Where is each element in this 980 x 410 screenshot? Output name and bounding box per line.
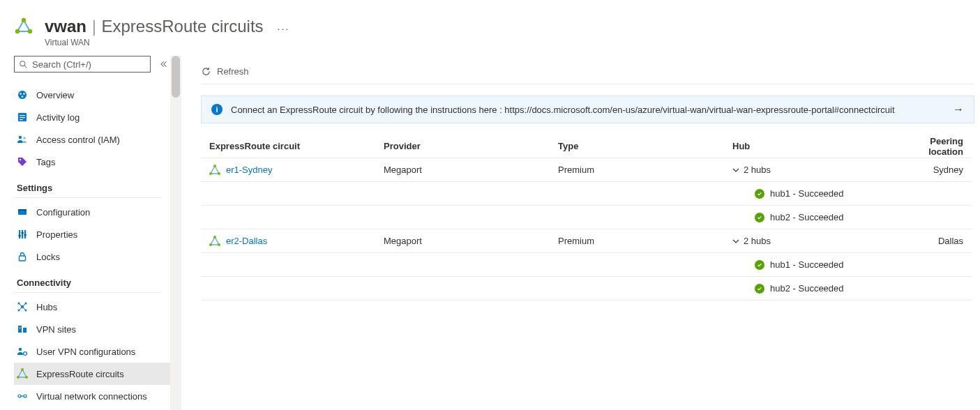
hub-summary: 2 hubs	[744, 165, 771, 175]
col-header-type[interactable]: Type	[558, 141, 732, 151]
circuit-link[interactable]: er1-Sydney	[226, 165, 272, 175]
circuit-link[interactable]: er2-Dallas	[226, 236, 267, 246]
sidebar-section-connectivity: Connectivity	[14, 268, 162, 293]
svg-rect-35	[23, 328, 27, 333]
sidebar-item-locks[interactable]: Locks	[14, 245, 170, 268]
user-vpn-icon	[17, 346, 28, 357]
svg-line-32	[19, 307, 22, 310]
sidebar-scrollbar[interactable]	[170, 56, 181, 410]
configuration-icon	[17, 206, 28, 218]
subhub-status: Succeeded	[798, 212, 843, 222]
title-separator: |	[92, 17, 96, 36]
locks-icon	[17, 251, 28, 262]
table-subrow: hub1 - Succeeded	[201, 182, 972, 206]
sidebar-item-vpn-sites[interactable]: VPN sites	[14, 318, 170, 340]
scrollbar-thumb[interactable]	[172, 56, 180, 98]
sidebar-item-label: Locks	[36, 252, 60, 262]
page-subtitle: Virtual WAN	[45, 38, 966, 47]
cell-peering: Sydney	[907, 165, 963, 175]
svg-rect-36	[19, 327, 20, 328]
svg-point-6	[20, 93, 22, 95]
col-header-circuit[interactable]: ExpressRoute circuit	[209, 141, 384, 151]
svg-point-0	[22, 18, 26, 22]
sidebar-item-user-vpn-config[interactable]: User VPN configurations	[14, 340, 170, 363]
svg-point-8	[22, 96, 24, 98]
svg-point-49	[218, 172, 220, 175]
sidebar: Search (Ctrl+/) Overview	[0, 56, 181, 410]
table-row[interactable]: er2-Dallas Megaport Premium 2 hubs Dalla…	[201, 229, 972, 253]
expressroute-icon	[209, 165, 220, 176]
properties-icon	[17, 229, 28, 240]
hub-summary: 2 hubs	[744, 236, 771, 246]
svg-rect-17	[18, 209, 27, 211]
svg-point-52	[218, 243, 220, 246]
page-title-strong: vwan	[45, 17, 86, 36]
cell-peering: Dallas	[907, 236, 963, 246]
search-placeholder: Search (Ctrl+/)	[32, 59, 91, 70]
svg-rect-11	[20, 117, 25, 118]
table-subrow: hub2 - Succeeded	[201, 206, 972, 229]
collapse-sidebar-icon[interactable]	[156, 57, 170, 71]
sidebar-item-vnet-connections[interactable]: Virtual network connections	[14, 385, 170, 407]
svg-point-40	[19, 348, 22, 351]
svg-line-4	[24, 66, 27, 68]
subhub-name: hub2	[770, 283, 790, 294]
sidebar-section-settings: Settings	[14, 173, 162, 198]
sidebar-item-activity-log[interactable]: Activity log	[14, 106, 170, 128]
svg-rect-34	[18, 326, 22, 333]
svg-point-5	[18, 91, 27, 99]
cell-hub-expand[interactable]: 2 hubs	[732, 236, 907, 246]
svg-rect-39	[20, 328, 21, 329]
expressroute-icon	[209, 236, 220, 247]
svg-point-14	[23, 137, 26, 139]
cell-provider: Megaport	[384, 236, 558, 246]
svg-line-30	[19, 303, 22, 307]
table-header-row: ExpressRoute circuit Provider Type Hub P…	[201, 135, 972, 158]
sidebar-item-configuration[interactable]: Configuration	[14, 201, 170, 223]
refresh-icon[interactable]	[201, 66, 211, 77]
col-header-provider[interactable]: Provider	[384, 141, 558, 151]
table-subrow: hub1 - Succeeded	[201, 253, 972, 277]
success-icon	[755, 189, 764, 199]
sidebar-item-label: Activity log	[36, 112, 80, 123]
sidebar-item-access-control[interactable]: Access control (IAM)	[14, 128, 170, 151]
sidebar-item-hubs[interactable]: Hubs	[14, 296, 170, 318]
svg-point-51	[213, 236, 216, 238]
sidebar-item-label: Access control (IAM)	[36, 135, 120, 145]
info-banner: i Connect an ExpressRoute circuit by fol…	[201, 96, 974, 123]
subhub-name: hub2	[770, 212, 790, 222]
vpn-sites-icon	[17, 324, 28, 335]
sidebar-item-expressroute[interactable]: ExpressRoute circuits	[14, 363, 170, 385]
table-subrow: hub2 - Succeeded	[201, 277, 972, 301]
col-header-peering[interactable]: Peering location	[907, 136, 963, 157]
sidebar-item-overview[interactable]: Overview	[14, 84, 170, 106]
more-icon[interactable]: ···	[278, 23, 290, 34]
search-input[interactable]: Search (Ctrl+/)	[14, 56, 151, 73]
sidebar-item-tags[interactable]: Tags	[14, 151, 170, 173]
cell-provider: Megaport	[384, 165, 558, 175]
subhub-status: Succeeded	[798, 283, 843, 294]
svg-point-2	[15, 29, 20, 33]
resource-icon	[14, 17, 33, 36]
table-row[interactable]: er1-Sydney Megaport Premium 2 hubs Sydne…	[201, 158, 972, 182]
toolbar-divider	[201, 84, 974, 84]
svg-point-3	[20, 61, 25, 66]
sidebar-item-properties[interactable]: Properties	[14, 223, 170, 245]
subhub-name: hub1	[770, 259, 790, 270]
cell-hub-expand[interactable]: 2 hubs	[732, 165, 907, 175]
svg-point-15	[20, 159, 21, 160]
sidebar-item-label: ExpressRoute circuits	[36, 369, 124, 379]
svg-point-7	[23, 93, 25, 95]
svg-rect-10	[20, 115, 25, 116]
info-icon: i	[211, 104, 223, 115]
refresh-button[interactable]: Refresh	[217, 66, 249, 77]
page-title-light: ExpressRoute circuits	[102, 17, 264, 36]
cell-type: Premium	[558, 236, 732, 246]
expressroute-icon	[17, 368, 28, 379]
col-header-hub[interactable]: Hub	[732, 141, 907, 151]
arrow-right-icon[interactable]: →	[953, 103, 964, 116]
svg-point-53	[209, 243, 212, 246]
access-control-icon	[17, 134, 28, 145]
success-icon	[755, 260, 764, 270]
subhub-status: Succeeded	[798, 259, 843, 270]
